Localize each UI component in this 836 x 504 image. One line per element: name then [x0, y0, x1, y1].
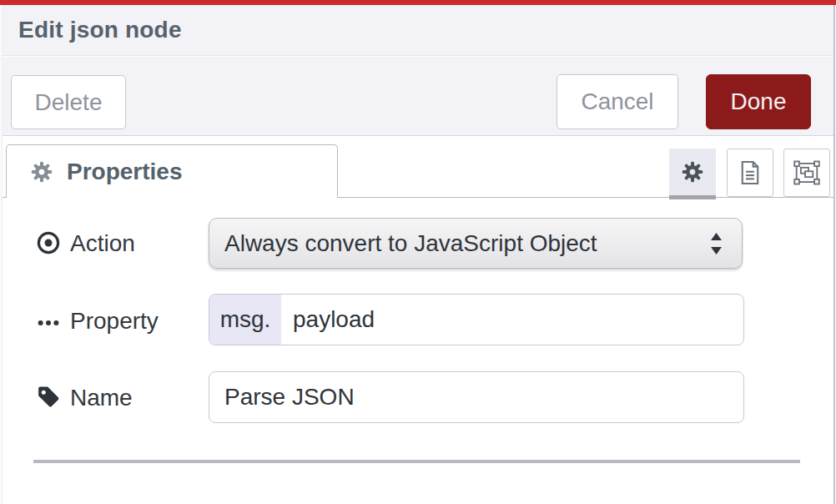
- tab-properties[interactable]: Properties: [6, 144, 338, 198]
- msg-prefix: msg.: [209, 295, 281, 345]
- tag-icon: [36, 385, 61, 410]
- property-label: Property: [70, 308, 159, 335]
- action-select-value: Always convert to JavaScript Object: [224, 230, 597, 257]
- name-label: Name: [70, 385, 133, 411]
- action-label: Action: [70, 230, 135, 257]
- gear-icon: [29, 159, 54, 184]
- description-tab-button[interactable]: [727, 149, 773, 197]
- cancel-button[interactable]: Cancel: [556, 74, 678, 129]
- tab-properties-label: Properties: [67, 159, 183, 185]
- ellipsis-icon: [36, 310, 61, 335]
- editor-tab-row: Properties: [0, 137, 833, 198]
- panel-right-edge: [833, 5, 835, 504]
- edit-node-dialog: Edit json node Delete Cancel Done: [0, 0, 836, 504]
- dialog-titlebar: Edit json node: [0, 5, 833, 56]
- action-select[interactable]: Always convert to JavaScript Object: [209, 218, 743, 269]
- dialog-button-row: Delete Cancel Done: [0, 57, 833, 136]
- panel-left-edge: [0, 5, 3, 504]
- dialog-title: Edit json node: [18, 17, 182, 43]
- gear-icon: [680, 159, 705, 184]
- delete-button[interactable]: Delete: [11, 75, 126, 129]
- select-arrows-icon: [709, 231, 723, 256]
- dot-circle-icon: [36, 230, 61, 255]
- property-field: msg.: [209, 294, 744, 345]
- name-field: [209, 371, 744, 423]
- properties-tab-button[interactable]: [669, 149, 716, 199]
- done-button[interactable]: Done: [706, 74, 811, 129]
- document-icon: [738, 159, 763, 186]
- object-group-icon: [793, 160, 820, 185]
- property-input[interactable]: [281, 295, 743, 345]
- appearance-tab-button[interactable]: [783, 149, 830, 197]
- name-input[interactable]: [209, 372, 743, 422]
- form-divider: [33, 460, 800, 463]
